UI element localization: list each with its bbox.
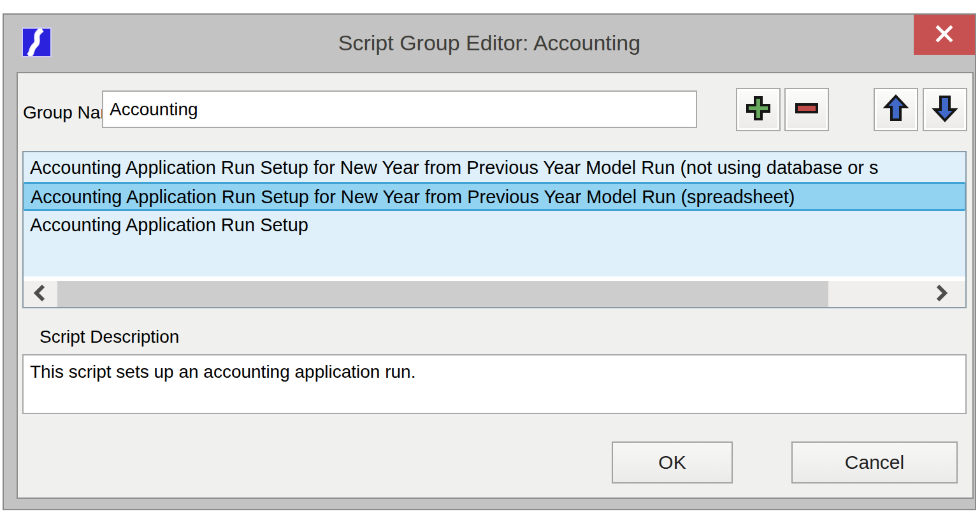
script-list-viewport: Accounting Application Run Setup for New… <box>24 152 965 276</box>
close-button[interactable] <box>914 15 975 55</box>
remove-script-button[interactable] <box>784 88 829 131</box>
list-item[interactable]: Accounting Application Run Setup for New… <box>24 154 965 182</box>
chevron-left-icon <box>33 285 46 304</box>
dialog-content-panel: Group Name <box>17 72 974 499</box>
minus-icon <box>792 94 821 125</box>
cancel-button[interactable]: Cancel <box>791 441 958 484</box>
ok-button[interactable]: OK <box>612 441 733 484</box>
move-down-button[interactable] <box>923 88 967 131</box>
close-x-icon <box>935 24 954 46</box>
list-item[interactable]: Accounting Application Run Setup <box>24 211 965 240</box>
arrow-down-icon <box>930 94 960 125</box>
group-name-input[interactable] <box>102 90 697 128</box>
script-description-text[interactable]: This script sets up an accounting applic… <box>22 354 967 414</box>
scroll-right-button[interactable] <box>926 281 958 307</box>
add-script-button[interactable] <box>736 88 781 131</box>
script-list: Accounting Application Run Setup for New… <box>22 151 967 308</box>
titlebar[interactable]: Script Group Editor: Accounting <box>4 15 975 72</box>
list-item-selected[interactable]: Accounting Application Run Setup for New… <box>24 182 965 211</box>
window-title: Script Group Editor: Accounting <box>4 15 975 72</box>
script-group-editor-dialog: Script Group Editor: Accounting Group Na… <box>3 13 976 510</box>
screen: Script Group Editor: Accounting Group Na… <box>0 0 980 523</box>
chevron-right-icon <box>935 285 948 304</box>
move-up-button[interactable] <box>874 88 918 131</box>
scrollbar-thumb[interactable] <box>57 281 828 307</box>
script-description-label: Script Description <box>40 327 179 347</box>
scroll-left-button[interactable] <box>24 281 55 307</box>
horizontal-scrollbar[interactable] <box>24 281 965 307</box>
plus-icon <box>744 94 773 125</box>
arrow-up-icon <box>881 94 911 125</box>
